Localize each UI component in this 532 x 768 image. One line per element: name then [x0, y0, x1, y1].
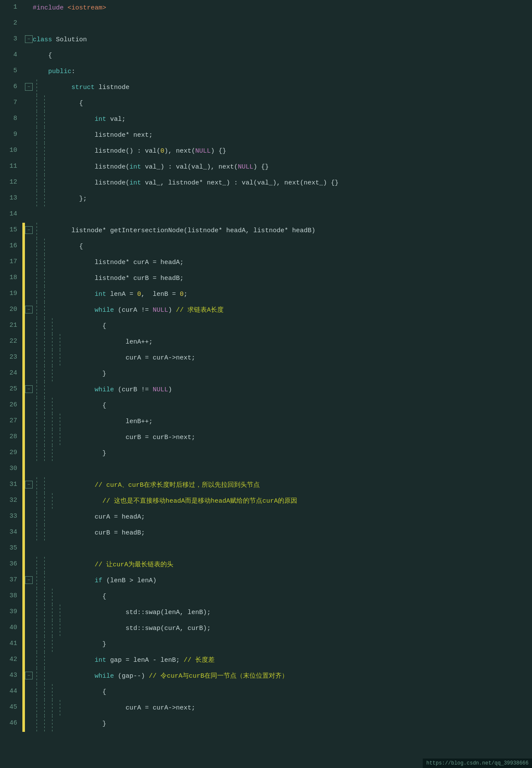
fold-button[interactable]: −	[25, 35, 33, 43]
indent-guide	[40, 286, 48, 302]
code-content: }	[56, 716, 532, 732]
fold-area	[25, 589, 33, 605]
line-number: 40	[0, 621, 22, 636]
fold-area	[25, 270, 33, 286]
token-var-default: listnode	[40, 227, 102, 234]
line-number: 31	[0, 477, 22, 493]
indent-guide	[40, 509, 48, 525]
code-line: 22 lenA++;	[0, 334, 532, 350]
indent-guide	[40, 684, 48, 700]
code-line: 29 }	[0, 445, 532, 461]
line-number: 20	[0, 302, 22, 318]
line-number: 12	[0, 175, 22, 191]
token-num: 0	[160, 147, 164, 155]
line-number: 44	[0, 684, 22, 700]
token-var-default: ) {}	[211, 147, 226, 155]
fold-button[interactable]: −	[25, 306, 33, 313]
fold-area	[25, 621, 33, 636]
code-content	[33, 16, 532, 32]
code-content: curA = curA->next;	[64, 350, 532, 366]
token-var-default	[48, 561, 95, 568]
code-content: #include <iostream>	[33, 0, 532, 16]
fold-area	[25, 191, 33, 207]
token-var-default	[48, 116, 95, 123]
token-var-default: curA = curA->next;	[64, 354, 195, 362]
line-number: 35	[0, 541, 22, 557]
code-content: int lenA = 0, lenB = 0;	[48, 286, 532, 302]
token-var-default	[48, 577, 95, 584]
code-content: std::swap(curA, curB);	[64, 621, 532, 636]
token-punct: *	[126, 275, 129, 282]
code-editor: 1#include <iostream>23−class Solution4 {…	[0, 0, 532, 732]
indent-guide	[40, 350, 48, 366]
code-content: std::swap(lenA, lenB);	[64, 605, 532, 621]
token-var-default: headB)	[288, 227, 315, 234]
line-number: 37	[0, 573, 22, 589]
code-line: 9 listnode* next;	[0, 127, 532, 143]
code-content: curA = headA;	[48, 509, 532, 525]
code-content: // 让curA为最长链表的头	[48, 557, 532, 573]
token-var-default: }	[56, 370, 106, 378]
token-var-default: , lenB =	[141, 291, 180, 298]
token-var-default	[48, 482, 95, 489]
fold-area	[25, 652, 33, 668]
fold-area	[25, 700, 33, 716]
fold-button[interactable]: −	[25, 385, 33, 393]
indent-guide	[33, 430, 40, 445]
code-content: while (gap--) // 令curA与curB在同一节点（末位位置对齐）	[48, 668, 532, 684]
indent-guide	[33, 477, 40, 493]
code-content	[33, 207, 532, 223]
token-var-default: }	[56, 720, 106, 728]
code-content: struct listnode	[40, 80, 532, 95]
fold-button[interactable]: −	[25, 83, 33, 91]
fold-area	[25, 111, 33, 127]
code-content: }	[56, 445, 532, 461]
code-line: 40 std::swap(curA, curB);	[0, 621, 532, 636]
fold-button[interactable]: −	[25, 576, 33, 584]
token-var-default: {	[48, 100, 83, 107]
indent-guide	[40, 175, 48, 191]
token-kw-blue: int	[129, 163, 141, 171]
fold-area	[25, 414, 33, 430]
line-number: 2	[0, 16, 22, 32]
code-line: 2	[0, 16, 532, 32]
code-line: 6− struct listnode	[0, 80, 532, 95]
token-var-default	[40, 84, 71, 91]
indent-guide	[40, 493, 48, 509]
token-var-default: ) {}	[253, 163, 269, 171]
code-content: }	[56, 636, 532, 652]
token-num: 0	[137, 291, 141, 298]
indent-guide	[56, 350, 64, 366]
fold-button[interactable]: −	[25, 481, 33, 488]
code-line: 4 {	[0, 48, 532, 64]
indent-guide	[33, 318, 40, 334]
code-content: curB = curB->next;	[64, 430, 532, 445]
token-kw-blue: while	[95, 673, 114, 680]
indent-guide	[33, 127, 40, 143]
token-var-default	[48, 657, 95, 664]
fold-button[interactable]: −	[25, 672, 33, 679]
token-comment-cn: // curA、curB在求长度时后移过，所以先拉回到头节点	[95, 482, 260, 489]
indent-guide	[48, 414, 56, 430]
code-line: 3−class Solution	[0, 32, 532, 48]
indent-guide	[33, 255, 40, 270]
token-var-default: listnode	[48, 275, 126, 282]
code-line: 12 listnode(int val_, listnode* next_) :…	[0, 175, 532, 191]
indent-guide	[40, 255, 48, 270]
line-number: 19	[0, 286, 22, 302]
indent-guide	[48, 684, 56, 700]
indent-guide	[48, 716, 56, 732]
token-var-default: (curB !=	[114, 386, 153, 393]
token-kw-blue: int	[129, 179, 141, 187]
fold-button[interactable]: −	[25, 226, 33, 234]
indent-guide	[40, 589, 48, 605]
line-number: 45	[0, 700, 22, 716]
indent-guide	[33, 636, 40, 652]
fold-area: −	[25, 382, 33, 398]
code-content: {	[48, 239, 532, 255]
token-kw-blue: class	[33, 36, 52, 43]
indent-guide	[40, 382, 48, 398]
indent-guide	[48, 366, 56, 382]
indent-guide	[40, 398, 48, 414]
token-var-default: {	[56, 593, 106, 600]
